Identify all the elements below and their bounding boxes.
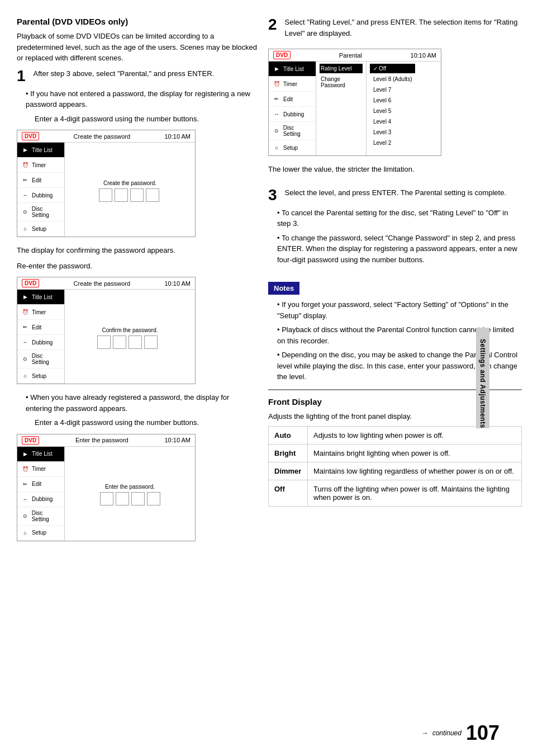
menu-item-discsetting-1[interactable]: ⊙ Disc Setting xyxy=(17,203,64,221)
password-boxes-2 xyxy=(97,336,162,349)
menu-item-edit-2[interactable]: ✏ Edit xyxy=(17,320,64,335)
menu2-title: Create the password xyxy=(74,280,131,287)
step-1-number: 1 xyxy=(17,68,26,84)
dvd-logo-3: DVD xyxy=(22,436,39,445)
front-display-row: OffTurns off the lighting when power is … xyxy=(269,480,522,507)
pw-box-1b xyxy=(115,188,128,202)
menu-item-titlelist-3[interactable]: ▶ Title List xyxy=(17,447,64,462)
menu1-time: 10:10 AM xyxy=(165,133,191,140)
reenter-text: Re-enter the password. xyxy=(17,261,257,272)
menu3-title: Enter the password xyxy=(75,437,129,443)
step-2-number: 2 xyxy=(268,17,277,32)
titlelist-icon-1: ▶ xyxy=(21,145,30,154)
step-1-main: After step 3 above, select "Parental," a… xyxy=(34,68,215,79)
pw-box-2d xyxy=(144,336,158,349)
level6-item[interactable]: Level 6 xyxy=(370,96,415,105)
menu1-title: Create the password xyxy=(74,133,131,140)
level2-item[interactable]: Level 2 xyxy=(370,138,415,148)
pw-box-1d xyxy=(146,188,159,202)
step-2-main: Select "Rating Level," and press ENTER. … xyxy=(285,17,522,39)
discsetting-icon-p: ⊙ xyxy=(272,126,281,135)
parental-menu-time: 10:10 AM xyxy=(411,52,436,59)
menu-item-discsetting-3[interactable]: ⊙ Disc Setting xyxy=(17,507,64,526)
menu-item-setup-2[interactable]: ⌂ Setup xyxy=(17,368,64,384)
pw-box-2c xyxy=(129,336,142,349)
menu-item-timer-1[interactable]: ⏰ Timer xyxy=(17,158,64,173)
titlelist-icon-2: ▶ xyxy=(21,292,30,301)
level4-item[interactable]: Level 4 xyxy=(370,117,415,126)
front-display-desc-2: Maintains low lighting regardless of whe… xyxy=(308,462,522,480)
step-1-block: 1 After step 3 above, select "Parental,"… xyxy=(17,68,257,549)
page-footer: → continued 107 xyxy=(421,721,499,745)
front-display-label-2: Dimmer xyxy=(269,462,308,480)
menu-item-timer-3[interactable]: ⏰ Timer xyxy=(17,462,64,477)
timer-icon-1: ⏰ xyxy=(21,160,30,169)
menu-item-edit-p[interactable]: ✏ Edit xyxy=(269,92,316,107)
section-title: Parental (DVD VIDEOs only) xyxy=(17,17,257,26)
menu-item-setup-p[interactable]: ⌂ Setup xyxy=(269,140,316,155)
menu-item-setup-1[interactable]: ⌂ Setup xyxy=(17,221,64,237)
pw-box-3c xyxy=(131,492,145,505)
step-1-bullet1: If you have not entered a password, the … xyxy=(26,88,257,110)
dvd-logo-2: DVD xyxy=(22,279,39,287)
menu-item-edit-3[interactable]: ✏ Edit xyxy=(17,477,64,492)
pw-box-1c xyxy=(130,188,144,202)
continued-arrow: → xyxy=(421,729,428,737)
edit-icon-1: ✏ xyxy=(21,176,30,185)
level3-item[interactable]: Level 3 xyxy=(370,127,415,137)
step-1-sub2: Enter a 4-digit password using the numbe… xyxy=(35,417,257,428)
front-display-row: AutoAdjusts to low lighting when power i… xyxy=(269,427,522,445)
dvd-menu-confirm-password: DVD Create the password 10:10 AM ▶ Title… xyxy=(17,277,196,384)
confirm-text: The display for confirming the password … xyxy=(17,245,257,256)
menu2-main: Confirm the password. xyxy=(65,290,195,384)
menu-item-timer-2[interactable]: ⏰ Timer xyxy=(17,305,64,320)
rating-level-item[interactable]: Rating Level xyxy=(320,64,363,73)
dubbing-icon-2: ↔ xyxy=(21,338,30,347)
intro-text: Playback of some DVD VIDEOs can be limit… xyxy=(17,31,257,64)
menu3-label: Enter the password. xyxy=(100,481,160,492)
parental-col-mid: Rating Level Change Password xyxy=(316,62,367,155)
menu3-time: 10:10 AM xyxy=(165,437,191,443)
dubbing-icon-p: ↔ xyxy=(272,110,281,119)
side-tab: Settings and Adjustments xyxy=(476,328,489,428)
dubbing-icon-3: ↔ xyxy=(21,495,30,504)
setup-icon-p: ⌂ xyxy=(272,143,281,152)
password-boxes-1 xyxy=(99,188,161,202)
menu2-time: 10:10 AM xyxy=(165,280,191,287)
step-3-bullet2: To change the password, select "Change P… xyxy=(277,233,522,266)
front-display-label-3: Off xyxy=(269,480,308,507)
menu-item-titlelist-1[interactable]: ▶ Title List xyxy=(17,143,64,158)
discsetting-icon-2: ⊙ xyxy=(21,355,30,363)
menu-item-timer-p[interactable]: ⏰ Timer xyxy=(269,77,316,92)
front-display-label-1: Bright xyxy=(269,445,308,462)
notes-label: Notes xyxy=(268,282,299,295)
change-password-item[interactable]: Change Password xyxy=(320,74,363,90)
front-display-label-0: Auto xyxy=(269,427,308,445)
front-display-row: DimmerMaintains low lighting regardless … xyxy=(269,462,522,480)
menu-item-dubbing-2[interactable]: ↔ Dubbing xyxy=(17,335,64,350)
step-3-number: 3 xyxy=(268,187,277,203)
menu-item-titlelist-2[interactable]: ▶ Title List xyxy=(17,290,64,305)
menu-item-edit-1[interactable]: ✏ Edit xyxy=(17,173,64,188)
setup-icon-2: ⌂ xyxy=(21,371,30,380)
step-2-footer: The lower the value, the stricter the li… xyxy=(268,164,522,175)
menu-item-dubbing-1[interactable]: ↔ Dubbing xyxy=(17,188,64,203)
menu-item-dubbing-p[interactable]: ↔ Dubbing xyxy=(269,107,316,122)
menu-item-discsetting-p[interactable]: ⊙ Disc Setting xyxy=(269,122,316,140)
off-item[interactable]: Off xyxy=(370,64,415,73)
parental-right-panel: Off Level 8 (Adults) Level 7 Level 6 Lev… xyxy=(367,62,418,155)
level8-item[interactable]: Level 8 (Adults) xyxy=(370,74,415,84)
edit-icon-3: ✏ xyxy=(21,480,30,489)
menu-item-discsetting-2[interactable]: ⊙ Disc Setting xyxy=(17,350,64,368)
front-display-desc-3: Turns off the lighting when power is off… xyxy=(308,480,522,507)
note-1: If you forget your password, select "Fac… xyxy=(277,299,522,321)
continued-text: continued xyxy=(432,729,461,737)
menu-item-titlelist-p[interactable]: ▶ Title List xyxy=(269,62,316,77)
front-display-row: BrightMaintains bright lighting when pow… xyxy=(269,445,522,462)
menu-item-setup-3[interactable]: ⌂ Setup xyxy=(17,526,64,541)
level5-item[interactable]: Level 5 xyxy=(370,106,415,116)
menu-item-dubbing-3[interactable]: ↔ Dubbing xyxy=(17,492,64,507)
dvd-menu-enter-password: DVD Enter the password 10:10 AM ▶ Title … xyxy=(17,434,196,541)
level7-item[interactable]: Level 7 xyxy=(370,85,415,94)
pw-box-1a xyxy=(99,188,112,202)
